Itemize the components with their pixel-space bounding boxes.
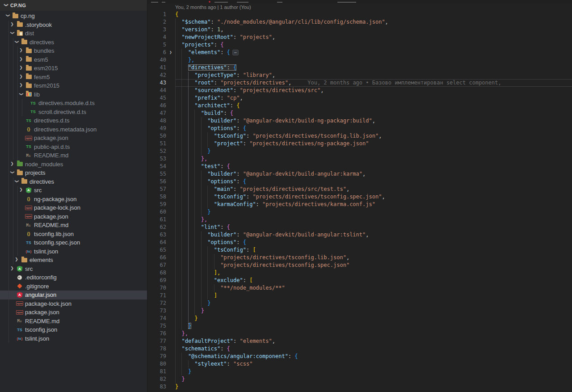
- tree-item-directives[interactable]: ❯directives: [0, 177, 147, 186]
- explorer-section-header[interactable]: ❯ CP.NG: [0, 0, 147, 11]
- tree-item-package-lock.json[interactable]: ❯npmpackage-lock.json: [0, 203, 147, 212]
- code-line-content[interactable]: "project": "projects/directives/ng-packa…: [175, 140, 572, 148]
- code-line-content[interactable]: "$schema": "./node_modules/@angular/cli/…: [175, 18, 572, 26]
- chevron-right-icon[interactable]: ❯: [18, 188, 24, 192]
- tree-item-package.json[interactable]: ❯npmpackage.json: [0, 308, 147, 317]
- code-line-content[interactable]: "options": {: [175, 239, 572, 246]
- code-line-content[interactable]: "elements": {⋯: [175, 49, 572, 56]
- chevron-right-icon[interactable]: ❯: [13, 257, 20, 261]
- code-line-content[interactable]: },: [175, 155, 572, 163]
- code-line-content[interactable]: "tsConfig": "projects/directives/tsconfi…: [175, 193, 572, 201]
- tree-item-esm5[interactable]: ❯esm5: [0, 55, 147, 64]
- code-line-content[interactable]: "options": {: [175, 125, 572, 132]
- tree-item-directives.d.ts[interactable]: ❯TSdirectives.d.ts: [0, 116, 147, 125]
- tree-item-readme.md[interactable]: ❯M↓README.md: [0, 151, 147, 160]
- code-line-content[interactable]: "projects/directives/tsconfig.lib.json",: [175, 254, 572, 261]
- chevron-right-icon[interactable]: ❯: [18, 66, 24, 70]
- tree-item-package-lock.json[interactable]: ❯npmpackage-lock.json: [0, 299, 147, 308]
- chevron-down-icon[interactable]: ❯: [10, 30, 14, 36]
- tree-item-fesm2015[interactable]: ❯fesm2015: [0, 81, 147, 90]
- code-line-content[interactable]: }: [175, 383, 572, 391]
- code-line-content[interactable]: },: [175, 330, 572, 337]
- chevron-down-icon[interactable]: ❯: [6, 13, 10, 19]
- code-line-content[interactable]: }: [175, 208, 572, 216]
- code-line-content[interactable]: "lint": {: [175, 223, 572, 231]
- tree-item-angular.json[interactable]: ❯Aangular.json: [0, 291, 147, 299]
- tree-item-node-modules[interactable]: ❯node_modules: [0, 160, 147, 169]
- tree-item-tsconfig.spec.json[interactable]: ❯TStsconfig.spec.json: [0, 238, 147, 247]
- tree-item-fesm5[interactable]: ❯fesm5: [0, 73, 147, 82]
- code-line-content[interactable]: }: [175, 322, 572, 330]
- tree-item-tslint.json[interactable]: ❯{ts}tslint.json: [0, 247, 147, 256]
- code-line-content[interactable]: "builder": "@angular-devkit/build-ng-pac…: [175, 117, 572, 125]
- code-line-content[interactable]: "projects/directives/tsconfig.spec.json": [175, 261, 572, 269]
- code-line-content[interactable]: "builder": "@angular-devkit/build-angula…: [175, 170, 572, 178]
- code-line-content[interactable]: ],: [175, 269, 572, 277]
- code-line-content[interactable]: }: [175, 148, 572, 155]
- code-line-content[interactable]: "projectType": "library",: [175, 72, 572, 79]
- code-line-content[interactable]: }: [175, 307, 572, 315]
- tree-item-elements[interactable]: ❯elements: [0, 256, 147, 265]
- code-line-content[interactable]: "karmaConfig": "projects/directives/karm…: [175, 201, 572, 208]
- chevron-down-icon[interactable]: ❯: [19, 91, 23, 97]
- code-line-content[interactable]: "prefix": "cp",: [175, 94, 572, 102]
- code-line-content[interactable]: ]: [175, 292, 572, 299]
- tree-item-tsconfig.json[interactable]: ❯TStsconfig.json: [0, 325, 147, 334]
- chevron-down-icon[interactable]: ❯: [10, 169, 14, 176]
- code-line-content[interactable]: "architect": {: [175, 102, 572, 110]
- tree-item-src[interactable]: ❯Asrc: [0, 265, 147, 274]
- fold-chevron-icon[interactable]: ❯: [166, 49, 175, 56]
- code-line-content[interactable]: "builder": "@angular-devkit/build-angula…: [175, 231, 572, 239]
- tree-item-cp.ng[interactable]: ❯cp.ng: [0, 12, 147, 21]
- code-line-content[interactable]: "options": {: [175, 178, 572, 185]
- code-line-content[interactable]: "styleext": "scss": [175, 360, 572, 368]
- chevron-right-icon[interactable]: ❯: [18, 83, 24, 87]
- code-line-content[interactable]: }: [175, 315, 572, 322]
- tree-item-src[interactable]: ❯Asrc: [0, 186, 147, 195]
- code-line-content[interactable]: "main": "projects/directives/src/test.ts…: [175, 185, 572, 193]
- chevron-right-icon[interactable]: ❯: [18, 48, 24, 52]
- code-line-content[interactable]: "@schematics/angular:component": {: [175, 353, 572, 360]
- tree-item-readme.md[interactable]: ❯M↓README.md: [0, 317, 147, 326]
- chevron-right-icon[interactable]: ❯: [9, 266, 15, 270]
- tree-item-bundles[interactable]: ❯bundles: [0, 46, 147, 55]
- codelens-annotation[interactable]: You, 2 months ago | 1 author (You): [147, 4, 572, 11]
- code-line-content[interactable]: "tsConfig": [: [175, 246, 572, 254]
- code-line-content[interactable]: {: [175, 11, 572, 18]
- tree-item-tslint.json[interactable]: ❯{ts}tslint.json: [0, 334, 147, 343]
- code-line-content[interactable]: "**/node_modules/**": [175, 284, 572, 292]
- code-line-content[interactable]: "tsConfig": "projects/directives/tsconfi…: [175, 132, 572, 140]
- code-line-content[interactable]: "sourceRoot": "projects/directives/src",: [175, 87, 572, 94]
- chevron-down-icon[interactable]: ❯: [15, 38, 19, 45]
- tree-item-.storybook[interactable]: ❯.storybook: [0, 21, 147, 30]
- tree-item-ng-package.json[interactable]: ❯{}ng-package.json: [0, 195, 147, 204]
- tree-item-.gitignore[interactable]: ❯.gitignore: [0, 282, 147, 291]
- code-line-content[interactable]: "schematics": {: [175, 345, 572, 353]
- tree-item-directives[interactable]: ❯directives: [0, 38, 147, 47]
- code-line-content[interactable]: }: [175, 375, 572, 383]
- tree-item-package.json[interactable]: ❯npmpackage.json: [0, 212, 147, 221]
- chevron-right-icon[interactable]: ❯: [9, 22, 15, 26]
- code-line-content[interactable]: }: [175, 368, 572, 375]
- chevron-right-icon[interactable]: ❯: [9, 162, 15, 166]
- code-line-content[interactable]: "root": "projects/directives", You, 2 mo…: [175, 79, 572, 87]
- tree-item-lib[interactable]: ❯lib: [0, 90, 147, 99]
- tree-item-directives.module.d.ts[interactable]: ❯TSdirectives.module.d.ts: [0, 99, 147, 108]
- tree-item-tsconfig.lib.json[interactable]: ❯{}tsconfig.lib.json: [0, 230, 147, 239]
- code-line-content[interactable]: "build": {: [175, 110, 572, 117]
- tree-item-projects[interactable]: ❯projects: [0, 169, 147, 177]
- code-line-content[interactable]: "newProjectRoot": "projects",: [175, 34, 572, 41]
- chevron-right-icon[interactable]: ❯: [18, 75, 24, 79]
- tree-item-scroll.directive.d.ts[interactable]: ❯TSscroll.directive.d.ts: [0, 108, 147, 117]
- chevron-right-icon[interactable]: ❯: [18, 57, 24, 61]
- code-line-content[interactable]: "projects": {: [175, 41, 572, 49]
- code-line-content[interactable]: "directives": {: [175, 64, 572, 72]
- tree-item-public-api.d.ts[interactable]: ❯TSpublic-api.d.ts: [0, 143, 147, 152]
- code-line-content[interactable]: "defaultProject": "elements",: [175, 337, 572, 345]
- code-line-content[interactable]: "exclude": [: [175, 277, 572, 284]
- tree-item-.editorconfig[interactable]: ❯.editorconfig: [0, 273, 147, 282]
- tree-item-readme.md[interactable]: ❯M↓README.md: [0, 221, 147, 230]
- chevron-down-icon[interactable]: ❯: [15, 178, 19, 184]
- code-line-content[interactable]: },: [175, 216, 572, 223]
- tree-item-package.json[interactable]: ❯npmpackage.json: [0, 134, 147, 143]
